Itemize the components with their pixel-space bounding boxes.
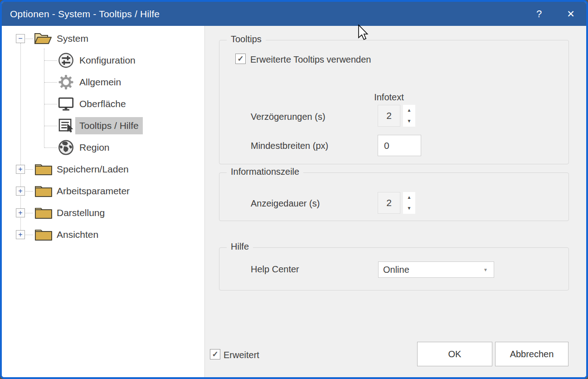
- help-center-dropdown[interactable]: Online ▼: [378, 261, 494, 278]
- dialog-body: − System: [2, 26, 586, 377]
- tree-item-label: System: [57, 33, 88, 44]
- help-center-label: Help Center: [251, 264, 299, 275]
- cancel-button[interactable]: Abbrechen: [495, 342, 569, 366]
- closed-folder-icon: [34, 162, 53, 177]
- erweitert-checkbox[interactable]: ✓: [210, 349, 220, 359]
- tree-item-label: Ansichten: [57, 229, 98, 240]
- tree-item-oberflaeche[interactable]: Oberfläche: [2, 94, 204, 114]
- spinner-down-icon[interactable]: ▼: [407, 119, 412, 123]
- group-title: Hilfe: [227, 241, 253, 252]
- spinner-buttons: ▲ ▼: [403, 105, 415, 127]
- monitor-icon: [58, 96, 74, 112]
- tree-item-label: Darstellung: [57, 207, 105, 218]
- help-icon[interactable]: ?: [530, 8, 548, 20]
- tree-item-region[interactable]: Region: [2, 138, 204, 158]
- spinner-buttons: ▲ ▼: [403, 192, 415, 214]
- group-tooltips: Tooltips ✓ Erweiterte Tooltips verwenden…: [219, 40, 569, 164]
- tree-item-darstellung[interactable]: + Darstellung: [2, 203, 204, 223]
- spinner-up-icon[interactable]: ▲: [407, 195, 412, 200]
- expand-icon[interactable]: +: [16, 208, 25, 217]
- ok-button[interactable]: OK: [417, 342, 492, 366]
- dropdown-arrow-icon: ▼: [483, 267, 488, 272]
- expand-icon[interactable]: +: [16, 187, 25, 196]
- group-title: Tooltips: [227, 34, 266, 44]
- tree-item-arbeitsparameter[interactable]: + Arbeitsparameter: [2, 181, 204, 201]
- tree-item-label: Region: [75, 139, 114, 156]
- anzeigedauer-spinner: 2 ▲ ▼: [378, 192, 415, 214]
- closed-folder-icon: [34, 227, 53, 242]
- gear-icon: [58, 74, 74, 90]
- tree-item-label: Arbeitsparameter: [57, 186, 130, 197]
- open-folder-icon: [34, 31, 53, 46]
- verzoegerungen-spinner: 2 ▲ ▼: [378, 105, 415, 127]
- tree-item-label: Allgemein: [75, 74, 125, 91]
- closed-folder-icon: [34, 183, 53, 199]
- expand-icon[interactable]: +: [16, 230, 25, 239]
- tree-item-label: Speichern/Laden: [57, 164, 129, 175]
- tree-item-konfiguration[interactable]: Konfiguration: [2, 50, 204, 70]
- group-hilfe: Hilfe Help Center Online ▼: [219, 247, 569, 290]
- sliders-icon: [58, 53, 74, 69]
- help-center-value: Online: [383, 265, 409, 275]
- settings-pane: Tooltips ✓ Erweiterte Tooltips verwenden…: [205, 26, 586, 377]
- spinner-down-icon[interactable]: ▼: [407, 206, 412, 211]
- verzoegerungen-value[interactable]: 2: [378, 105, 400, 127]
- mindestbreiten-label: Mindestbreiten (px): [251, 141, 328, 151]
- dialog-title: Optionen - System - Tooltips / Hilfe: [10, 9, 530, 20]
- tree-item-tooltips-hilfe[interactable]: Tooltips / Hilfe: [2, 116, 204, 136]
- tree-item-allgemein[interactable]: Allgemein: [2, 72, 204, 92]
- anzeigedauer-label: Anzeigedauer (s): [251, 198, 320, 209]
- column-header-infotext: Infotext: [371, 92, 407, 103]
- collapse-icon[interactable]: −: [16, 34, 25, 43]
- settings-tree: − System: [2, 26, 205, 377]
- tree-item-label: Konfiguration: [75, 52, 140, 69]
- close-icon[interactable]: ✕: [562, 9, 580, 20]
- tree-item-speichern-laden[interactable]: + Speichern/Laden: [2, 159, 204, 179]
- titlebar[interactable]: Optionen - System - Tooltips / Hilfe ? ✕: [2, 2, 586, 26]
- options-dialog: Optionen - System - Tooltips / Hilfe ? ✕…: [0, 0, 588, 379]
- closed-folder-icon: [34, 205, 53, 221]
- group-informationszeile: Informationszeile Anzeigedauer (s) 2 ▲ ▼: [219, 172, 569, 221]
- extended-tooltips-checkbox[interactable]: ✓: [235, 54, 246, 64]
- group-title: Informationszeile: [227, 167, 303, 177]
- extended-tooltips-label: Erweiterte Tooltips verwenden: [250, 54, 371, 65]
- tree-item-system[interactable]: − System: [2, 29, 204, 49]
- expand-icon[interactable]: +: [16, 165, 25, 174]
- tree-item-label: Tooltips / Hilfe: [75, 117, 143, 134]
- tree-item-ansichten[interactable]: + Ansichten: [2, 225, 204, 245]
- anzeigedauer-value[interactable]: 2: [378, 192, 400, 214]
- tree-item-label: Oberfläche: [75, 95, 130, 113]
- mindestbreiten-input[interactable]: 0: [378, 135, 421, 156]
- document-cursor-icon: [58, 118, 74, 134]
- globe-icon: [58, 140, 74, 156]
- spinner-up-icon[interactable]: ▲: [407, 108, 412, 113]
- verzoegerungen-label: Verzögerungen (s): [251, 112, 326, 122]
- erweitert-label: Erweitert: [224, 350, 259, 360]
